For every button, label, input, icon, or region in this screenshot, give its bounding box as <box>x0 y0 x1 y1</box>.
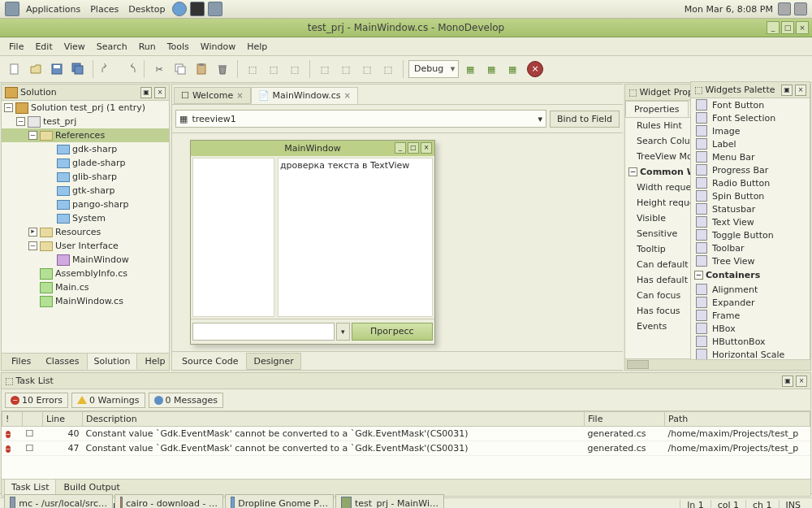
open-button[interactable] <box>26 59 45 79</box>
build-button[interactable]: ⬚ <box>315 59 335 79</box>
messages-pill[interactable]: 0 Messages <box>149 393 223 408</box>
palette-item[interactable]: Radio Button <box>691 176 810 189</box>
tab-welcome[interactable]: ☐Welcome× <box>174 87 251 104</box>
treeview-widget[interactable] <box>192 158 274 317</box>
palette-item[interactable]: Tree View <box>691 254 810 267</box>
palette-item[interactable]: Statusbar <box>691 202 810 215</box>
designed-window[interactable]: MainWindow_□× дроверка текста в TextView… <box>190 140 435 345</box>
palette-item[interactable]: Frame <box>691 309 810 322</box>
tab-help[interactable]: Help <box>137 353 170 370</box>
desktop-menu[interactable]: Desktop <box>123 2 170 16</box>
saveall-button[interactable] <box>68 59 88 79</box>
menu-search[interactable]: Search <box>91 39 133 54</box>
palette-item[interactable]: Progress Bar <box>691 163 810 176</box>
mini-min-icon[interactable]: _ <box>395 142 406 154</box>
textview-widget[interactable]: дроверка текста в TextView <box>278 158 433 317</box>
source-tab[interactable]: Source Code <box>175 354 244 369</box>
browser-icon[interactable] <box>172 2 187 16</box>
copy-button[interactable] <box>171 59 190 79</box>
clean-button[interactable]: ⬚ <box>357 59 377 79</box>
terminal-icon[interactable] <box>190 2 205 16</box>
combo-widget[interactable]: ▾ <box>336 323 350 341</box>
designer-canvas[interactable]: MainWindow_□× дроверка текста в TextView… <box>172 133 623 351</box>
rebuild-button[interactable]: ⬚ <box>336 59 356 79</box>
panel-close[interactable]: × <box>796 376 807 387</box>
mini-close-icon[interactable]: × <box>421 142 432 154</box>
close-button[interactable]: × <box>796 21 809 34</box>
debug-button[interactable]: ▦ <box>482 59 501 79</box>
bind-field-button[interactable]: Bind to Field <box>550 111 620 128</box>
menu-help[interactable]: Help <box>241 39 273 54</box>
taskbar-item[interactable]: cairo - download - … <box>114 494 223 508</box>
clock[interactable]: Mon Mar 6, 8:08 PM <box>685 4 773 15</box>
mini-max-icon[interactable]: □ <box>408 142 419 154</box>
foot-icon[interactable] <box>5 2 19 16</box>
menu-window[interactable]: Window <box>195 39 241 54</box>
places-menu[interactable]: Places <box>85 2 123 16</box>
package-button[interactable]: ⬚ <box>378 59 398 79</box>
config-combo[interactable]: Debug <box>408 60 459 78</box>
undo-button[interactable] <box>98 59 118 79</box>
monitor-icon[interactable] <box>208 2 222 16</box>
volume-icon[interactable] <box>778 2 791 15</box>
palette-item[interactable]: HBox <box>691 322 810 335</box>
tab-tasklist[interactable]: Task List <box>4 479 56 496</box>
taskbar-item[interactable]: Dropline Gnome P… <box>225 494 334 508</box>
designer-tab[interactable]: Designer <box>246 353 300 370</box>
tab-solution[interactable]: Solution <box>87 353 138 370</box>
delete-button[interactable] <box>213 59 232 79</box>
palette-item[interactable]: Toolbar <box>691 241 810 254</box>
cut-button[interactable]: ✂ <box>149 59 169 79</box>
nav-fwd-button[interactable]: ⬚ <box>264 59 283 79</box>
tab-mainwindow[interactable]: 📄MainWindow.cs× <box>251 87 358 104</box>
close-icon[interactable]: × <box>344 91 351 100</box>
palette-item[interactable]: Toggle Button <box>691 228 810 241</box>
palette-item[interactable]: Font Selection <box>691 111 810 124</box>
taskbar-item[interactable]: test_prj - MainWi… <box>335 494 444 508</box>
maximize-button[interactable]: □ <box>781 21 794 34</box>
panel-close[interactable]: × <box>154 87 166 98</box>
panel-auto-hide[interactable]: ▣ <box>781 85 793 96</box>
tab-files[interactable]: Files <box>4 353 38 370</box>
menu-tools[interactable]: Tools <box>162 39 195 54</box>
panel-close[interactable]: × <box>795 85 806 96</box>
palette-item[interactable]: Horizontal Scale <box>691 348 810 359</box>
new-button[interactable] <box>5 59 24 79</box>
save-button[interactable] <box>47 59 67 79</box>
stop-button[interactable]: × <box>527 61 543 77</box>
solution-tree[interactable]: −Solution test_prj (1 entry) −test_prj −… <box>2 101 169 353</box>
paste-button[interactable] <box>192 59 211 79</box>
minimize-button[interactable]: _ <box>767 21 780 34</box>
menu-view[interactable]: View <box>58 39 91 54</box>
palette-item[interactable]: Menu Bar <box>691 150 810 163</box>
warnings-pill[interactable]: 0 Warnings <box>71 393 145 408</box>
h-scrollbar[interactable] <box>625 358 810 370</box>
errors-pill[interactable]: −10 Errors <box>5 393 68 408</box>
nav-list-button[interactable]: ⬚ <box>285 59 304 79</box>
redo-button[interactable] <box>119 59 139 79</box>
apps-menu[interactable]: Applications <box>21 2 85 16</box>
tab-classes[interactable]: Classes <box>38 353 86 370</box>
progress-button[interactable]: Прогресс <box>352 323 433 341</box>
palette-item[interactable]: Font Button <box>691 98 810 111</box>
palette-item[interactable]: Image <box>691 124 810 137</box>
palette-item[interactable]: Alignment <box>691 283 810 296</box>
widget-selector[interactable]: ▦treeview1▾ <box>175 110 546 128</box>
nav-back-button[interactable]: ⬚ <box>243 59 262 79</box>
taskbar-item[interactable]: mc - /usr/local/src… <box>4 494 113 508</box>
palette-item[interactable]: Spin Button <box>691 189 810 202</box>
entry-widget[interactable] <box>192 323 335 341</box>
panel-auto-hide[interactable]: ▣ <box>140 87 152 98</box>
task-table[interactable]: !LineDescriptionFilePath −☐40Constant va… <box>2 411 810 479</box>
step-button[interactable]: ▦ <box>503 59 522 79</box>
tab-properties[interactable]: Properties <box>625 101 689 117</box>
menu-run[interactable]: Run <box>133 39 162 54</box>
palette-item[interactable]: Expander <box>691 296 810 309</box>
palette-item[interactable]: Label <box>691 137 810 150</box>
palette-item[interactable]: Text View <box>691 215 810 228</box>
menu-edit[interactable]: Edit <box>29 39 58 54</box>
close-icon[interactable]: × <box>236 91 243 100</box>
palette-item[interactable]: HButtonBox <box>691 335 810 348</box>
run-button[interactable]: ▦ <box>460 59 480 79</box>
tab-buildoutput[interactable]: Build Output <box>56 479 127 496</box>
